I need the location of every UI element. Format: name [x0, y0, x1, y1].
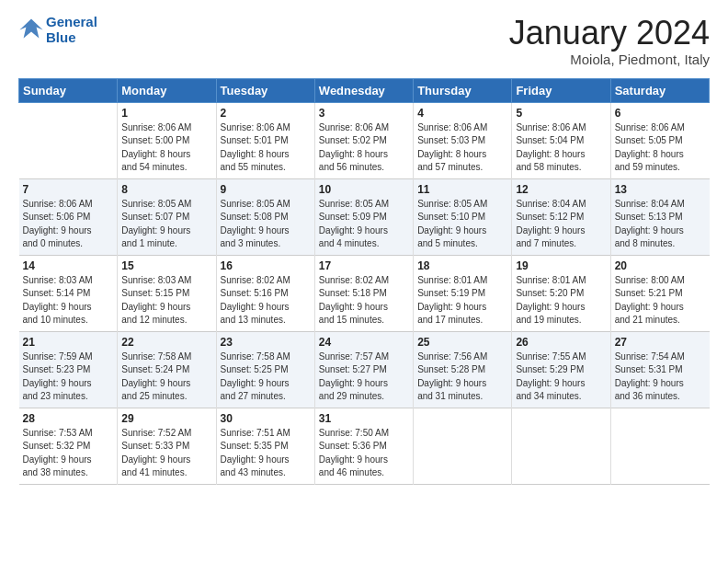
- day-number: 13: [615, 183, 706, 196]
- logo: General Blue: [18, 15, 97, 45]
- day-info: Sunrise: 8:00 AM Sunset: 5:21 PM Dayligh…: [615, 274, 706, 327]
- day-number: 15: [121, 259, 211, 272]
- day-info: Sunrise: 8:06 AM Sunset: 5:02 PM Dayligh…: [319, 121, 409, 175]
- month-title: January 2024: [509, 15, 710, 52]
- calendar-cell: 28Sunrise: 7:53 AM Sunset: 5:32 PM Dayli…: [19, 408, 118, 484]
- day-info: Sunrise: 8:03 AM Sunset: 5:15 PM Dayligh…: [121, 274, 211, 327]
- calendar-cell: 5Sunrise: 8:06 AM Sunset: 5:04 PM Daylig…: [512, 102, 610, 178]
- day-info: Sunrise: 7:58 AM Sunset: 5:24 PM Dayligh…: [121, 350, 211, 404]
- calendar-cell: 11Sunrise: 8:05 AM Sunset: 5:10 PM Dayli…: [414, 178, 512, 255]
- day-info: Sunrise: 7:59 AM Sunset: 5:23 PM Dayligh…: [23, 350, 114, 404]
- calendar-cell: 26Sunrise: 7:55 AM Sunset: 5:29 PM Dayli…: [512, 331, 610, 408]
- logo-line2: Blue: [46, 30, 97, 46]
- weekday-header-wednesday: Wednesday: [314, 78, 413, 102]
- day-number: 9: [221, 183, 311, 196]
- calendar-week-row: 28Sunrise: 7:53 AM Sunset: 5:32 PM Dayli…: [19, 408, 710, 484]
- day-info: Sunrise: 8:01 AM Sunset: 5:19 PM Dayligh…: [417, 274, 507, 327]
- calendar-cell: 21Sunrise: 7:59 AM Sunset: 5:23 PM Dayli…: [19, 331, 118, 408]
- calendar-cell: 29Sunrise: 7:52 AM Sunset: 5:33 PM Dayli…: [118, 408, 216, 484]
- day-info: Sunrise: 8:06 AM Sunset: 5:06 PM Dayligh…: [23, 198, 114, 251]
- day-info: Sunrise: 7:58 AM Sunset: 5:25 PM Dayligh…: [221, 350, 311, 404]
- day-info: Sunrise: 8:06 AM Sunset: 5:05 PM Dayligh…: [615, 121, 706, 175]
- day-number: 31: [319, 412, 409, 425]
- calendar-cell: 4Sunrise: 8:06 AM Sunset: 5:03 PM Daylig…: [414, 102, 512, 178]
- calendar-week-row: 7Sunrise: 8:06 AM Sunset: 5:06 PM Daylig…: [19, 178, 710, 255]
- calendar-week-row: 14Sunrise: 8:03 AM Sunset: 5:14 PM Dayli…: [19, 255, 710, 331]
- day-info: Sunrise: 7:51 AM Sunset: 5:35 PM Dayligh…: [221, 427, 311, 480]
- calendar-cell: 3Sunrise: 8:06 AM Sunset: 5:02 PM Daylig…: [314, 102, 413, 178]
- day-info: Sunrise: 8:05 AM Sunset: 5:09 PM Dayligh…: [319, 198, 409, 251]
- calendar-cell: 27Sunrise: 7:54 AM Sunset: 5:31 PM Dayli…: [610, 331, 709, 408]
- day-number: 1: [121, 107, 211, 120]
- day-info: Sunrise: 7:54 AM Sunset: 5:31 PM Dayligh…: [615, 350, 706, 404]
- calendar-cell: 8Sunrise: 8:05 AM Sunset: 5:07 PM Daylig…: [118, 178, 216, 255]
- svg-marker-0: [19, 18, 42, 38]
- weekday-header-row: SundayMondayTuesdayWednesdayThursdayFrid…: [19, 78, 710, 102]
- calendar-cell: 30Sunrise: 7:51 AM Sunset: 5:35 PM Dayli…: [216, 408, 314, 484]
- day-number: 12: [516, 183, 606, 196]
- day-info: Sunrise: 8:03 AM Sunset: 5:14 PM Dayligh…: [23, 274, 114, 327]
- day-number: 4: [417, 107, 507, 120]
- day-info: Sunrise: 7:57 AM Sunset: 5:27 PM Dayligh…: [319, 350, 409, 404]
- day-info: Sunrise: 8:06 AM Sunset: 5:03 PM Dayligh…: [417, 121, 507, 175]
- weekday-header-saturday: Saturday: [610, 78, 709, 102]
- weekday-header-thursday: Thursday: [414, 78, 512, 102]
- calendar-cell: 23Sunrise: 7:58 AM Sunset: 5:25 PM Dayli…: [216, 331, 314, 408]
- calendar-cell: 19Sunrise: 8:01 AM Sunset: 5:20 PM Dayli…: [512, 255, 610, 331]
- calendar-cell: [512, 408, 610, 484]
- day-number: 18: [417, 259, 507, 272]
- day-info: Sunrise: 8:05 AM Sunset: 5:07 PM Dayligh…: [121, 198, 211, 251]
- calendar-cell: 31Sunrise: 7:50 AM Sunset: 5:36 PM Dayli…: [314, 408, 413, 484]
- header: General Blue January 2024 Moiola, Piedmo…: [18, 15, 710, 67]
- day-number: 23: [221, 336, 311, 349]
- calendar-cell: 16Sunrise: 8:02 AM Sunset: 5:16 PM Dayli…: [216, 255, 314, 331]
- calendar-cell: 17Sunrise: 8:02 AM Sunset: 5:18 PM Dayli…: [314, 255, 413, 331]
- location: Moiola, Piedmont, Italy: [509, 52, 710, 67]
- calendar-cell: 22Sunrise: 7:58 AM Sunset: 5:24 PM Dayli…: [118, 331, 216, 408]
- day-number: 10: [319, 183, 409, 196]
- calendar-cell: 20Sunrise: 8:00 AM Sunset: 5:21 PM Dayli…: [610, 255, 709, 331]
- day-info: Sunrise: 8:06 AM Sunset: 5:01 PM Dayligh…: [221, 121, 311, 175]
- day-number: 28: [23, 412, 114, 425]
- weekday-header-tuesday: Tuesday: [216, 78, 314, 102]
- day-info: Sunrise: 8:05 AM Sunset: 5:10 PM Dayligh…: [417, 198, 507, 251]
- calendar-cell: 1Sunrise: 8:06 AM Sunset: 5:00 PM Daylig…: [118, 102, 216, 178]
- day-info: Sunrise: 7:52 AM Sunset: 5:33 PM Dayligh…: [121, 427, 211, 480]
- day-number: 17: [319, 259, 409, 272]
- day-info: Sunrise: 7:55 AM Sunset: 5:29 PM Dayligh…: [516, 350, 606, 404]
- day-info: Sunrise: 8:04 AM Sunset: 5:13 PM Dayligh…: [615, 198, 706, 251]
- calendar-cell: 9Sunrise: 8:05 AM Sunset: 5:08 PM Daylig…: [216, 178, 314, 255]
- day-info: Sunrise: 8:01 AM Sunset: 5:20 PM Dayligh…: [516, 274, 606, 327]
- day-number: 2: [221, 107, 311, 120]
- day-info: Sunrise: 8:05 AM Sunset: 5:08 PM Dayligh…: [221, 198, 311, 251]
- day-info: Sunrise: 7:56 AM Sunset: 5:28 PM Dayligh…: [417, 350, 507, 404]
- day-info: Sunrise: 7:50 AM Sunset: 5:36 PM Dayligh…: [319, 427, 409, 480]
- calendar-cell: 14Sunrise: 8:03 AM Sunset: 5:14 PM Dayli…: [19, 255, 118, 331]
- day-info: Sunrise: 8:02 AM Sunset: 5:18 PM Dayligh…: [319, 274, 409, 327]
- day-info: Sunrise: 8:06 AM Sunset: 5:00 PM Dayligh…: [121, 121, 211, 175]
- calendar-cell: 6Sunrise: 8:06 AM Sunset: 5:05 PM Daylig…: [610, 102, 709, 178]
- day-info: Sunrise: 8:06 AM Sunset: 5:04 PM Dayligh…: [516, 121, 606, 175]
- day-number: 11: [417, 183, 507, 196]
- calendar-week-row: 1Sunrise: 8:06 AM Sunset: 5:00 PM Daylig…: [19, 102, 710, 178]
- day-number: 7: [23, 183, 114, 196]
- day-info: Sunrise: 7:53 AM Sunset: 5:32 PM Dayligh…: [23, 427, 114, 480]
- day-number: 8: [121, 183, 211, 196]
- day-number: 25: [417, 336, 507, 349]
- day-number: 22: [121, 336, 211, 349]
- calendar-cell: 7Sunrise: 8:06 AM Sunset: 5:06 PM Daylig…: [19, 178, 118, 255]
- weekday-header-friday: Friday: [512, 78, 610, 102]
- title-block: January 2024 Moiola, Piedmont, Italy: [509, 15, 710, 67]
- day-number: 19: [516, 259, 606, 272]
- logo-icon: [18, 16, 44, 41]
- day-number: 20: [615, 259, 706, 272]
- calendar-cell: 18Sunrise: 8:01 AM Sunset: 5:19 PM Dayli…: [414, 255, 512, 331]
- day-number: 16: [221, 259, 311, 272]
- day-info: Sunrise: 8:04 AM Sunset: 5:12 PM Dayligh…: [516, 198, 606, 251]
- calendar-cell: 13Sunrise: 8:04 AM Sunset: 5:13 PM Dayli…: [610, 178, 709, 255]
- calendar-cell: [610, 408, 709, 484]
- weekday-header-sunday: Sunday: [19, 78, 118, 102]
- calendar-cell: 10Sunrise: 8:05 AM Sunset: 5:09 PM Dayli…: [314, 178, 413, 255]
- calendar-cell: 2Sunrise: 8:06 AM Sunset: 5:01 PM Daylig…: [216, 102, 314, 178]
- weekday-header-monday: Monday: [118, 78, 216, 102]
